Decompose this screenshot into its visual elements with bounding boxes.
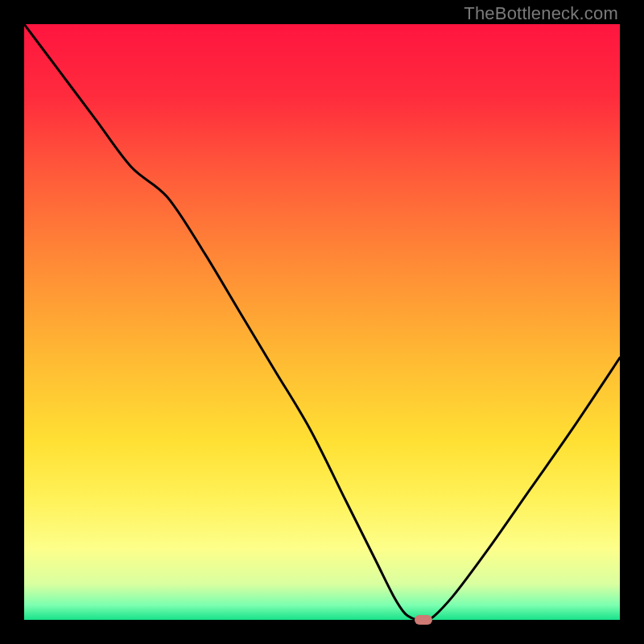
gradient-background <box>24 24 620 620</box>
watermark-text: TheBottleneck.com <box>464 3 618 24</box>
optimum-marker <box>415 615 432 625</box>
bottleneck-plot <box>24 24 620 620</box>
chart-frame <box>24 24 620 620</box>
